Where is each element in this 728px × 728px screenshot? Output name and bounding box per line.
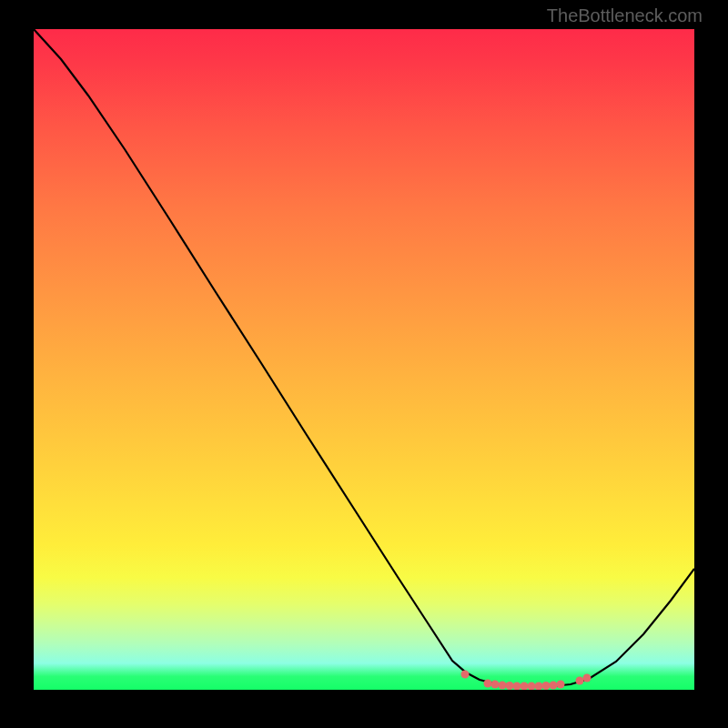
highlight-dot xyxy=(513,682,521,691)
bottleneck-curve xyxy=(34,29,694,686)
highlight-dot xyxy=(506,682,514,690)
highlight-dot xyxy=(557,681,565,689)
highlight-dot xyxy=(576,677,584,685)
highlight-dot xyxy=(521,682,529,691)
plot-area xyxy=(34,29,694,690)
highlight-dot xyxy=(528,682,536,691)
highlight-dot xyxy=(499,682,507,690)
highlight-dot xyxy=(583,674,592,682)
watermark-text: TheBottleneck.com xyxy=(547,5,703,26)
chart-container: TheBottleneck.com xyxy=(0,0,728,728)
highlight-dot xyxy=(491,681,500,689)
highlight-dot xyxy=(542,682,551,690)
highlight-dot xyxy=(461,671,470,679)
curve-svg xyxy=(34,29,694,690)
highlight-dot xyxy=(535,682,543,691)
highlight-dot xyxy=(484,680,492,688)
highlight-dot xyxy=(550,682,558,690)
